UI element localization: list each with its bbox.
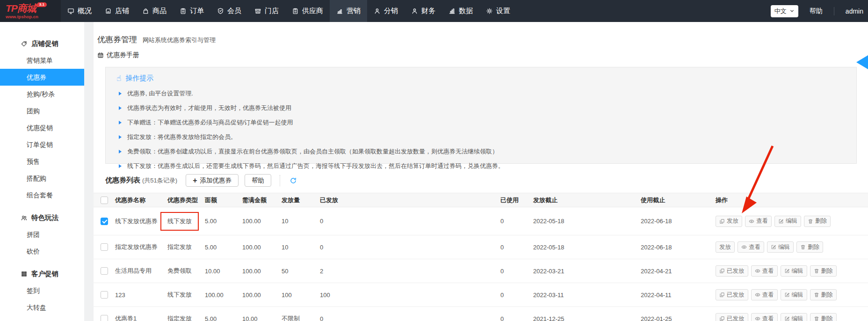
trash-icon (814, 268, 819, 274)
menu-item-data[interactable]: 数据 (442, 0, 479, 22)
menu-item-distribution[interactable]: 分销 (367, 0, 405, 22)
coupon-name: 优惠券1 (115, 314, 167, 321)
issue-quantity: 10 (282, 244, 320, 251)
issued-button[interactable]: 已发放 (716, 289, 748, 300)
collapse-corner-widget[interactable] (856, 55, 868, 69)
triangle-bullet-icon (119, 106, 122, 110)
dotted-divider (280, 175, 280, 186)
sidebar-item-coupon[interactable]: 优惠券 (0, 69, 84, 86)
delete-button[interactable]: 删除 (810, 313, 837, 321)
menu-label: 订单 (190, 7, 204, 15)
table-header-row: 优惠券名称 优惠券类型 面额 需满金额 发放量 已发放 已使用 发放截止 使用截… (94, 193, 868, 207)
issued-button[interactable]: 已发放 (716, 313, 748, 321)
column-header: 面额 (205, 196, 242, 204)
language-select[interactable]: 中文 (771, 5, 798, 17)
min-amount: 100.00 (242, 244, 282, 251)
sidebar-item-sign-in[interactable]: 签到 (0, 282, 84, 299)
coupon-manual-link[interactable]: 优惠券手册 (97, 51, 868, 59)
trash-icon (808, 219, 813, 224)
add-coupon-label: 添加优惠券 (200, 176, 231, 185)
tip-line: 指定发放：将优惠券发放给指定的会员。 (106, 133, 856, 141)
view-button[interactable]: 查看 (751, 289, 778, 300)
refresh-icon[interactable] (289, 177, 297, 184)
view-button[interactable]: 查看 (751, 265, 778, 277)
menu-item-stores[interactable]: 门店 (248, 0, 285, 22)
issue-button[interactable]: 发放 (716, 216, 742, 227)
row-checkbox[interactable] (101, 267, 108, 275)
use-deadline: 2022-04-21 (641, 268, 716, 275)
delete-button[interactable]: 删除 (804, 216, 831, 227)
sidebar-item-order-promotion[interactable]: 订单促销 (0, 136, 84, 153)
column-header: 使用截止 (641, 196, 716, 204)
delete-button[interactable]: 删除 (796, 241, 823, 253)
sidebar-section-shop-promotion: 店铺促销 (0, 35, 84, 52)
sidebar-item-combo-package[interactable]: 组合套餐 (0, 187, 84, 204)
gear-icon (486, 7, 493, 15)
min-amount: 100.00 (242, 218, 282, 225)
menu-item-shop[interactable]: 店铺 (98, 0, 136, 22)
eye-icon (755, 292, 760, 298)
menu-item-members[interactable]: 会员 (210, 0, 248, 22)
menu-item-orders[interactable]: 订单 (173, 0, 210, 22)
sidebar-item-presale[interactable]: 预售 (0, 153, 84, 170)
edit-button[interactable]: 编辑 (781, 265, 807, 277)
triangle-bullet-icon (119, 164, 122, 168)
help-link[interactable]: 帮助 (810, 7, 823, 15)
face-value: 100.00 (205, 292, 242, 299)
sidebar-item-lucky-wheel[interactable]: 大转盘 (0, 299, 84, 316)
edit-button[interactable]: 编辑 (781, 313, 807, 321)
delete-button[interactable]: 删除 (810, 265, 837, 277)
select-all-checkbox[interactable] (101, 197, 108, 204)
sidebar-item-flash-sale[interactable]: 抢购/秒杀 (0, 86, 84, 102)
used-count: 0 (500, 244, 533, 251)
copy-icon (719, 219, 725, 224)
coupon-type: 线下发放 (167, 218, 192, 225)
issue-button[interactable]: 发放 (716, 241, 735, 253)
edit-button[interactable]: 编辑 (767, 241, 794, 253)
tip-line: 线下发放：优惠券生成以后，还需要生成线下券码，然后通过广告页，海报等线下手段发放… (106, 162, 856, 170)
issue-deadline: 2022-05-18 (533, 218, 641, 225)
menu-item-finance[interactable]: 财务 (405, 0, 442, 22)
tip-line: 下单赠送：下单赠送优惠券必须与商品促销/订单促销一起使用 (106, 118, 856, 127)
hand-pointer-icon: ☝ (116, 73, 121, 83)
menu-label: 设置 (496, 7, 510, 15)
version-badge: 3.1 (37, 2, 47, 7)
row-checkbox[interactable] (101, 291, 108, 299)
menu-item-suppliers[interactable]: 供应商 (285, 0, 330, 22)
help-button[interactable]: 帮助 (245, 174, 271, 187)
view-button[interactable]: 查看 (751, 313, 778, 321)
edit-button[interactable]: 编辑 (774, 216, 801, 227)
row-checkbox[interactable] (101, 243, 108, 251)
edit-button[interactable]: 编辑 (781, 289, 807, 300)
sidebar-item-discount-promotion[interactable]: 优惠促销 (0, 119, 84, 136)
row-checkbox[interactable] (101, 315, 108, 321)
chart-icon (336, 7, 343, 15)
coupon-name: 指定发放优惠券 (115, 243, 167, 251)
view-button[interactable]: 查看 (745, 216, 772, 227)
user-icon (374, 7, 381, 15)
top-navigation-bar: TP商城 3.1 www.tpshop.cn 概况 店铺 商品 订单 会员 门店… (0, 0, 868, 22)
issued-button[interactable]: 已发放 (716, 265, 748, 277)
row-checkbox[interactable] (101, 218, 108, 225)
table-row: 生活用品专用 免费领取 10.00 100.00 50 2 0 2022-03-… (94, 259, 868, 283)
tip-text: 指定发放：将优惠券发放给指定的会员。 (127, 133, 237, 141)
sidebar-item-pintuan[interactable]: 拼团 (0, 226, 84, 243)
delete-button[interactable]: 删除 (810, 289, 837, 300)
sidebar-item-marketing-menu[interactable]: 营销菜单 (0, 52, 84, 69)
sidebar-item-bargain[interactable]: 砍价 (0, 243, 84, 260)
menu-item-settings[interactable]: 设置 (479, 0, 517, 22)
trash-icon (814, 316, 819, 321)
coupon-type: 线下发放 (167, 291, 205, 299)
chevron-down-icon (789, 8, 795, 14)
sidebar-item-group-buy[interactable]: 团购 (0, 102, 84, 119)
menu-label: 分销 (384, 7, 398, 15)
menu-item-overview[interactable]: 概况 (61, 0, 98, 22)
sidebar-item-bundle-buy[interactable]: 搭配购 (0, 170, 84, 187)
menu-item-marketing[interactable]: 营销 (330, 0, 367, 22)
view-button[interactable]: 查看 (738, 241, 764, 253)
menu-item-goods[interactable]: 商品 (136, 0, 173, 22)
tag-icon (21, 40, 28, 47)
add-coupon-button[interactable]: + 添加优惠券 (186, 174, 239, 187)
user-menu[interactable]: admin (846, 7, 863, 15)
logo[interactable]: TP商城 3.1 www.tpshop.cn (0, 0, 61, 22)
